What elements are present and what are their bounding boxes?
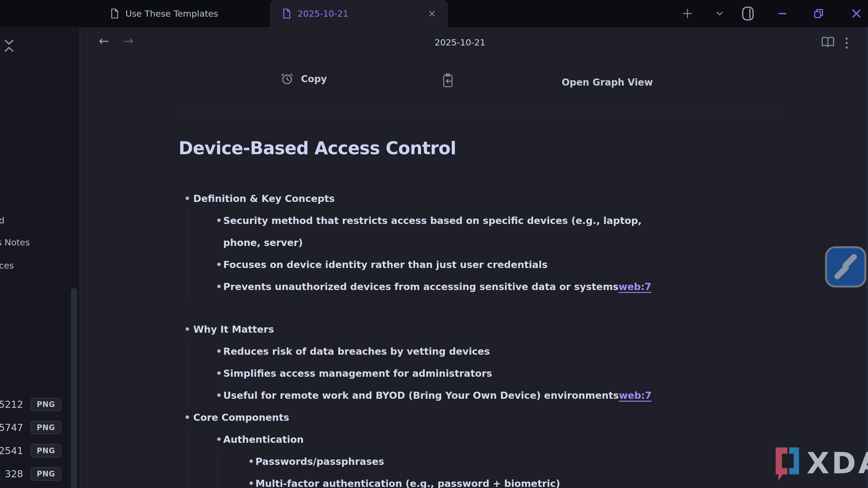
open-graph-view-label: Open Graph View <box>562 77 653 88</box>
note-header: ← → 2025-10-21 <box>80 27 868 64</box>
tab-2025-10-21[interactable]: 2025-10-21 <box>270 0 448 27</box>
copy-button[interactable]: Copy <box>281 72 327 85</box>
file-name: 2541 <box>0 445 23 456</box>
web-citation-link[interactable]: web:7 <box>619 390 652 401</box>
xda-watermark: XDA <box>773 446 868 481</box>
document-outline[interactable]: Definition & Key Concepts Security metho… <box>179 188 840 488</box>
outline-item: Authentication <box>188 428 840 450</box>
app-window: Use These Templates 2025-10-21 <box>0 0 868 488</box>
file-name: 5747 <box>0 422 23 433</box>
file-list-item[interactable]: 5212 PNG <box>0 398 61 411</box>
file-icon <box>282 8 291 19</box>
document-title: Device-Based Access Control <box>179 138 456 158</box>
outline-item: Why It Matters <box>179 318 840 340</box>
outline-children: Passwords/passphrases Multi-factor authe… <box>218 450 840 488</box>
outline-item: Core Components <box>179 406 840 428</box>
collapse-all-icon[interactable] <box>3 38 15 53</box>
sidebar-item[interactable]: d <box>0 215 4 225</box>
file-list-item[interactable]: 328 PNG <box>0 467 61 481</box>
reading-view-icon[interactable] <box>820 36 835 48</box>
tab-close-icon[interactable] <box>426 7 438 20</box>
outline-item: Focuses on device identity rather than j… <box>188 254 840 275</box>
header-divider <box>179 112 783 112</box>
copy-label: Copy <box>301 73 327 85</box>
file-list-item[interactable]: 2541 PNG <box>0 444 61 457</box>
outline-children: Security method that restricts access ba… <box>187 209 840 298</box>
note-title-breadcrumb: 2025-10-21 <box>80 37 840 47</box>
outline-item: Definition & Key Concepts <box>179 188 840 209</box>
tab-label: Use These Templates <box>125 8 218 19</box>
new-tab-icon[interactable] <box>675 0 700 27</box>
chevron-down-icon[interactable] <box>707 0 733 27</box>
file-name: 5212 <box>0 399 23 410</box>
file-list-item[interactable]: 5747 PNG <box>0 421 61 434</box>
clipboard-paste-icon[interactable] <box>441 73 454 88</box>
left-sidebar: d s Notes ices 5212 PNG 5747 PNG 2541 PN… <box>0 27 80 488</box>
badge-glyph <box>833 263 850 280</box>
xda-logo-icon <box>773 446 801 481</box>
file-type-badge: PNG <box>31 398 61 411</box>
sidebar-item[interactable]: ices <box>0 260 14 270</box>
outline-item: Simplifies access management for adminis… <box>188 362 840 384</box>
outline-item: Prevents unauthorized devices from acces… <box>188 275 840 298</box>
outline-children: Reduces risk of data breaches by vetting… <box>187 340 840 406</box>
restore-window-icon[interactable] <box>806 0 831 27</box>
tab-use-these-templates[interactable]: Use These Templates <box>104 0 277 27</box>
file-type-badge: PNG <box>31 421 61 434</box>
outline-item: Passwords/passphrases <box>218 450 840 473</box>
sidebar-toggle-icon[interactable] <box>735 0 761 27</box>
tab-bar: Use These Templates 2025-10-21 <box>0 0 868 27</box>
tab-label: 2025-10-21 <box>298 8 348 19</box>
outline-item: Reduces risk of data breaches by vetting… <box>188 340 840 362</box>
more-options-icon[interactable] <box>841 35 852 51</box>
file-icon <box>110 8 119 19</box>
file-type-badge: PNG <box>31 444 61 457</box>
note-action-row: Copy Open Graph View <box>80 72 868 95</box>
note-pane[interactable]: ← → 2025-10-21 Copy <box>80 27 868 488</box>
close-window-icon[interactable] <box>844 0 868 27</box>
sidebar-item[interactable]: s Notes <box>0 237 30 248</box>
outline-item: Multi-factor authentication (e.g., passw… <box>218 473 840 488</box>
minimize-window-icon[interactable] <box>770 0 795 27</box>
outline-item: Useful for remote work and BYOD (Bring Y… <box>188 384 840 406</box>
xda-wordmark: XDA <box>807 449 868 478</box>
blank-line <box>179 298 840 318</box>
outline-item: Security method that restricts access ba… <box>188 209 840 254</box>
file-name: 328 <box>0 468 23 480</box>
sidebar-scrollbar[interactable] <box>71 288 77 488</box>
floating-app-badge[interactable] <box>825 246 866 288</box>
web-citation-link[interactable]: web:7 <box>619 281 651 292</box>
file-type-badge: PNG <box>31 467 61 481</box>
open-graph-view-button[interactable]: Open Graph View <box>562 77 653 88</box>
outline-children: Authentication Passwords/passphrases Mul… <box>187 428 840 488</box>
